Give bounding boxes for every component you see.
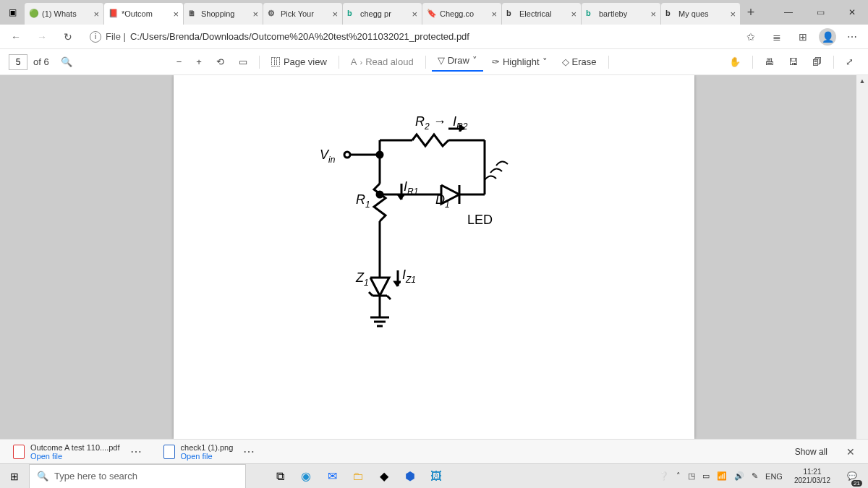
address-bar: ← → ↻ i File | C:/Users/Brenda/Downloads…: [0, 25, 868, 49]
tab-favicon: ⚙: [268, 9, 278, 19]
site-info-icon[interactable]: i: [90, 31, 101, 43]
browser-tab[interactable]: 🔖Chegg.co×: [422, 3, 502, 25]
tab-favicon: b: [506, 9, 516, 19]
nav-refresh[interactable]: ↻: [58, 27, 78, 47]
volume-icon[interactable]: 🔊: [734, 471, 744, 481]
app-icon-1[interactable]: ◆: [372, 464, 396, 489]
page-view[interactable]: ⿲ Page view: [265, 53, 333, 70]
scrollbar[interactable]: ▲: [856, 75, 868, 439]
tab-label: bartleby: [599, 9, 647, 18]
pdf-viewport[interactable]: Vin R2 → IR2 R1 IR1 D1 LED Z1 IZ1: [0, 75, 868, 439]
tab-close-icon[interactable]: ×: [332, 9, 338, 20]
svg-line-17: [369, 292, 373, 296]
action-center-icon[interactable]: 💬21: [842, 466, 862, 487]
scroll-up-icon[interactable]: ▲: [856, 75, 868, 87]
tab-favicon: b: [586, 9, 596, 19]
browser-tab[interactable]: bchegg pr×: [343, 3, 422, 25]
nav-forward[interactable]: →: [32, 27, 52, 47]
download-item[interactable]: check1 (1).png Open file ⋯: [158, 442, 265, 462]
window-maximize[interactable]: ▭: [804, 0, 836, 25]
pen-icon[interactable]: ✎: [752, 471, 758, 481]
close-download-bar[interactable]: ✕: [841, 446, 861, 458]
app-icon-2[interactable]: ⬢: [398, 464, 422, 489]
mail-icon[interactable]: ✉: [320, 464, 344, 489]
print-icon[interactable]: 🖶: [759, 53, 780, 70]
window-close[interactable]: ✕: [836, 0, 868, 25]
saveas-icon[interactable]: 🗐: [807, 53, 827, 70]
explorer-icon[interactable]: 🗀: [346, 464, 370, 489]
task-view-icon[interactable]: ⧉: [268, 464, 292, 489]
tab-label: Shopping: [201, 9, 250, 18]
browser-tab[interactable]: 🗎Shopping×: [184, 3, 263, 25]
tab-label: My ques: [678, 9, 727, 18]
image-file-icon: [163, 445, 175, 459]
system-tray[interactable]: ❔ ˄ ◳ ▭ 📶 🔊 ✎ ENG 11:212021/03/12 💬21: [653, 466, 868, 487]
nav-back[interactable]: ←: [6, 27, 26, 47]
edge-icon[interactable]: ◉: [294, 464, 318, 489]
pdf-toolbar: of 6 🔍 − + ⟲ ▭ ⿲ Page view A› Read aloud…: [0, 49, 868, 75]
rotate-icon[interactable]: ⟲: [210, 53, 230, 70]
photos-icon[interactable]: 🖼: [424, 464, 448, 489]
tab-close-icon[interactable]: ×: [730, 9, 736, 20]
draw-tool[interactable]: ▽ Draw ˅: [432, 52, 483, 72]
battery-icon[interactable]: ▭: [702, 471, 710, 481]
highlight-tool[interactable]: ✑ Highlight ˅: [486, 53, 553, 70]
save-icon[interactable]: 🖫: [783, 53, 804, 70]
window-minimize[interactable]: —: [773, 0, 804, 25]
profile-avatar[interactable]: 👤: [819, 28, 836, 46]
zoom-out[interactable]: −: [171, 53, 188, 70]
browser-tab[interactable]: 🟢(1) Whats×: [25, 3, 104, 25]
tab-close-icon[interactable]: ×: [650, 9, 656, 20]
browser-tab[interactable]: 📕*Outcom×: [104, 3, 184, 25]
tab-close-icon[interactable]: ×: [491, 9, 497, 20]
tab-close-icon[interactable]: ×: [252, 9, 258, 20]
url-field[interactable]: i File | C:/Users/Brenda/Downloads/Outco…: [84, 27, 735, 47]
browser-tab[interactable]: bMy ques×: [661, 3, 741, 25]
show-all-downloads[interactable]: Show all: [788, 444, 835, 460]
favorite-icon[interactable]: ✩: [741, 27, 761, 47]
browser-tab[interactable]: bbartleby×: [582, 3, 661, 25]
tab-favicon: b: [347, 9, 357, 19]
tab-label: chegg pr: [360, 9, 409, 18]
download-filename: check1 (1).png: [181, 443, 234, 452]
collections-icon[interactable]: ⊞: [793, 27, 813, 47]
erase-tool[interactable]: ◇ Erase: [556, 53, 603, 70]
chevron-up-icon[interactable]: ˄: [676, 471, 681, 481]
tab-close-icon[interactable]: ×: [173, 9, 179, 20]
download-filename: Outcome A test 110....pdf: [30, 443, 120, 452]
tab-label: *Outcom: [122, 9, 170, 18]
download-bar: Outcome A test 110....pdf Open file ⋯ ch…: [0, 439, 868, 463]
start-button[interactable]: ⊞: [0, 464, 29, 489]
browser-tab[interactable]: bElectrical×: [502, 3, 582, 25]
new-tab-button[interactable]: +: [741, 5, 761, 20]
clock[interactable]: 11:212021/03/12: [790, 468, 835, 485]
download-menu-icon[interactable]: ⋯: [239, 445, 259, 458]
browser-tab[interactable]: ⚙Pick Your×: [263, 3, 343, 25]
tab-favicon: 🟢: [29, 9, 39, 19]
zoom-in[interactable]: +: [190, 53, 208, 70]
pdf-file-icon: [13, 445, 25, 459]
tab-favicon: b: [665, 9, 676, 19]
fit-icon[interactable]: ▭: [233, 53, 253, 70]
wifi-icon[interactable]: 📶: [717, 471, 727, 481]
download-open-link[interactable]: Open file: [30, 452, 120, 461]
tab-close-icon[interactable]: ×: [571, 9, 576, 20]
help-icon[interactable]: ❔: [659, 471, 669, 481]
tab-close-icon[interactable]: ×: [93, 9, 99, 20]
tray-icon[interactable]: ◳: [688, 471, 695, 481]
download-menu-icon[interactable]: ⋯: [126, 445, 146, 458]
favorites-bar-icon[interactable]: ≣: [767, 27, 787, 47]
taskbar-search[interactable]: 🔍 Type here to search: [29, 464, 246, 489]
download-open-link[interactable]: Open file: [181, 452, 234, 461]
app-icon: ▣: [0, 0, 25, 25]
language-indicator[interactable]: ENG: [765, 472, 783, 481]
read-aloud[interactable]: A› Read aloud: [345, 53, 420, 70]
svg-point-0: [344, 152, 350, 158]
menu-icon[interactable]: ⋯: [842, 27, 862, 47]
fullscreen-icon[interactable]: ⤢: [840, 53, 859, 70]
text-select-icon[interactable]: ✋: [723, 53, 746, 70]
download-item[interactable]: Outcome A test 110....pdf Open file ⋯: [7, 442, 152, 462]
find-icon[interactable]: 🔍: [55, 53, 78, 70]
tab-close-icon[interactable]: ×: [412, 9, 417, 20]
page-input[interactable]: [9, 54, 27, 70]
